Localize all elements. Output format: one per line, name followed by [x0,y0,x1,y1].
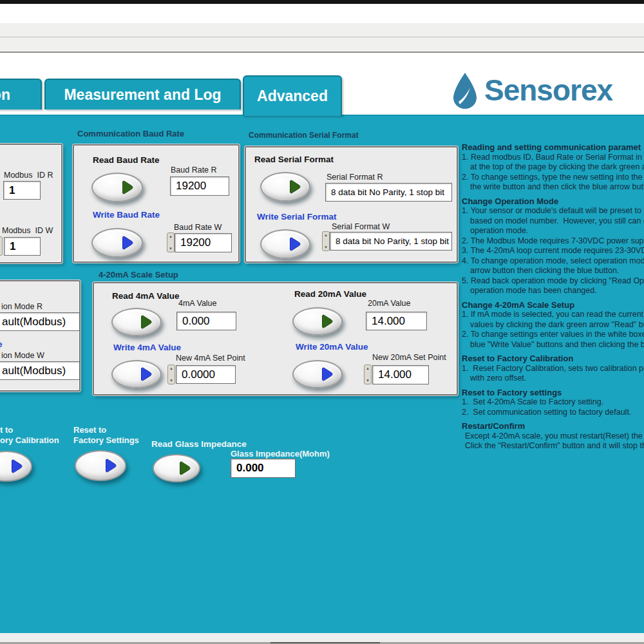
instruction-line: 5. Read back operation mode by clicking … [462,276,644,287]
read-serial-format-button[interactable] [260,172,310,202]
sensorex-drop-icon [451,72,479,109]
serial-format-r-field[interactable]: 8 data bit No Parity, 1 stop bit [325,183,452,202]
instruction-line: 1. Read modbus ID, Baud Rate or Serial F… [462,153,644,163]
modbus-id-w-label: Modbus ID W [2,226,53,235]
instruction-line: Restart/Confirm [462,421,644,431]
baud-rate-r-label: Baud Rate R [171,166,217,175]
tab-configuration[interactable]: ation [0,79,42,109]
instruction-line: the write button and then click the blue… [462,182,644,193]
instruction-line: blue "Write Value" buttons and then clic… [462,340,644,350]
write-serial-format-label: Write Serial Format [257,212,337,222]
instruction-line: 2. Set communication setting to factory … [462,408,644,418]
instruction-line: based on model number. However, you stil… [462,216,644,227]
instructions: Reading and setting communication parame… [462,142,644,451]
app-window: { "window": { "tabs": [ {"label": "ation… [0,0,644,644]
instruction-line: Reset to Factory settings [462,388,644,398]
serial-format-r-label: Serial Format R [327,173,383,182]
read-serial-format-label: Read Serial Format [254,155,334,164]
write-4ma-value-button[interactable] [111,360,162,388]
new-4ma-spinner[interactable]: ▲▼ [167,365,175,384]
modbus-id-w-field[interactable]: 1 [4,237,41,256]
instruction-line: arrow button then clicking the blue butt… [462,266,644,276]
baud-rate-panel-header: Communication Baud Rate [77,129,184,138]
menu-band [0,37,644,53]
instruction-line: operation mode. [462,226,644,236]
instruction-line: Reset to Factory Calibration [462,354,644,364]
4ma-value-field[interactable]: 0.000 [176,312,236,330]
instruction-line: 4. To change operation mode, select oper… [462,256,644,267]
instruction-line: at the top of the page by clicking the d… [462,162,644,173]
read-4ma-value-button[interactable] [111,308,162,336]
instruction-line: 1. If mA mode is selected, you can read … [462,310,644,320]
modbus-id-r-label: Modbus ID R [4,171,53,180]
read-glass-impedance-label: Read Glass Impedance [151,439,247,449]
baud-rate-w-spinner[interactable]: ▲▼ [167,232,175,252]
instruction-line: Reading and setting communication parame… [462,142,644,153]
new-4ma-set-point-field[interactable]: 0.0000 [176,365,236,384]
top-black-bar [0,0,644,4]
20ma-value-field[interactable]: 14.000 [366,312,427,330]
panel-modbus-id: Modbus ID R 1 Modbus ID W ▲▼ 1 [0,144,62,263]
tab-advanced[interactable]: Advanced [243,75,342,116]
write-4ma-value-label: Write 4mA Value [113,343,181,352]
instruction-line: 1. Reset Factory Calibration, sets two c… [462,364,644,374]
write-baud-rate-button[interactable] [91,228,143,258]
4ma-value-label: 4mA Value [178,299,217,308]
instruction-line: operation mode has been changed. [462,286,644,296]
write-baud-rate-label: Write Baud Rate [93,210,160,220]
read-20ma-value-label: Read 20mA Value [294,289,366,299]
panel-baud-rate: Read Baud Rate Baud Rate R 19200 Write B… [73,144,240,263]
read-4ma-value-label: Read 4mA Value [112,291,180,301]
instruction-line: 2. The Modbus Mode requires 7-30VDC powe… [462,236,644,247]
instruction-line: with zero offset. [462,374,644,384]
reset-factory-settings-button[interactable] [75,450,126,481]
glass-impedance-label: Glass Impedance(Mohm) [231,449,330,459]
write-operation-mode-label-fragment: e [0,339,3,349]
panel-scale-setup: Read 4mA Value 4mA Value 0.000 Write 4mA… [93,282,458,395]
bottom-gray-strip [0,633,644,642]
reset-factory-calibration-label-line2: ory Calibration [0,435,59,445]
instruction-line: 2. To change settings, type the new sett… [462,173,644,183]
baud-rate-w-label: Baud Rate W [174,223,222,232]
window-title-band [0,23,644,37]
serial-format-w-field[interactable]: 8 data bit No Parity, 1 stop bit [330,232,452,251]
panel-operation-mode: ion Mode R ault(Modbus) e ion Mode W aul… [0,280,80,392]
instruction-line: 2. To change settings enter values in th… [462,330,644,340]
write-serial-format-button[interactable] [260,229,310,259]
panel-serial-format: Read Serial Format Serial Format R 8 dat… [245,146,458,263]
operation-mode-w-field[interactable]: ault(Modbus) [0,361,80,380]
read-baud-rate-button[interactable] [91,173,143,202]
tab-label: Measurement and Log [64,86,221,104]
new-20ma-spinner[interactable]: ▲▼ [364,365,372,384]
baud-rate-w-field[interactable]: 19200 [175,233,232,252]
new-20ma-set-point-field[interactable]: 14.000 [372,365,429,384]
instruction-line: values by clicking the dark green arrow … [462,320,644,330]
modbus-id-w-spinner[interactable]: ▲▼ [0,236,3,256]
serial-format-w-spinner[interactable]: ▲▼ [322,231,330,251]
baud-rate-r-field[interactable]: 19200 [170,176,229,196]
reset-factory-calibration-label-line1: t to [0,425,13,435]
read-20ma-value-button[interactable] [292,307,343,336]
new-4ma-set-point-label: New 4mA Set Point [176,354,245,363]
serial-format-w-label: Serial Format W [332,222,390,231]
instruction-line: Click the "Restart/Confirm" button and i… [462,441,644,451]
operation-mode-r-label: ion Mode R [1,302,43,311]
operation-mode-r-field[interactable]: ault(Modbus) [0,312,80,331]
reset-factory-settings-label-line1: Reset to [73,425,106,435]
new-20ma-set-point-label: New 20mA Set Point [372,353,446,362]
write-20ma-value-button[interactable] [292,360,343,388]
write-20ma-value-label: Write 20mA Value [296,342,368,352]
glass-impedance-field[interactable]: 0.000 [231,459,296,478]
bottom-taskbar-text-smudge [270,642,380,643]
read-glass-impedance-button[interactable] [153,454,200,482]
reset-factory-settings-label-line2: Factory Settings [73,435,139,445]
modbus-id-r-field[interactable]: 1 [3,181,41,200]
tab-measurement-and-log[interactable]: Measurement and Log [44,79,241,109]
20ma-value-label: 20mA Value [368,299,410,308]
tab-label: ation [0,86,10,104]
instruction-line: Change Operation Mode [462,196,644,207]
operation-mode-w-label: ion Mode W [1,351,44,360]
sensorex-logo-text: Sensorex [484,73,612,107]
instruction-line: 1. Your sensor or module's default will … [462,206,644,216]
instruction-line: Except 4-20mA scale, you must restart(Re… [462,431,644,442]
